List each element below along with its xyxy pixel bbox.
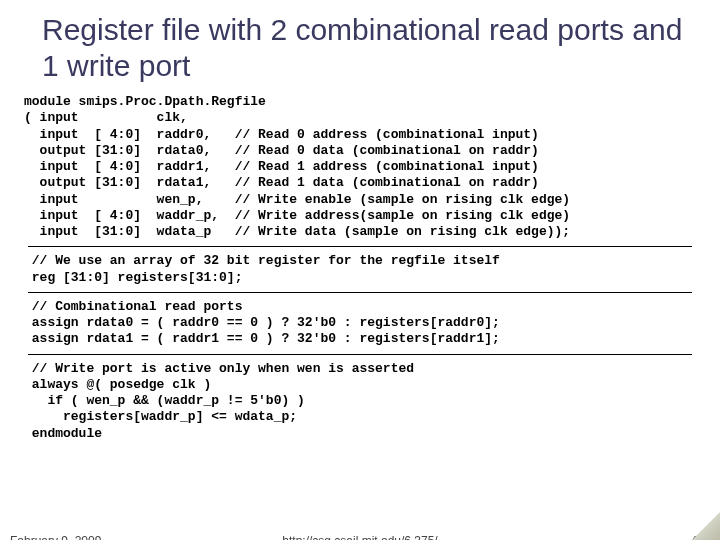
- code-block-read-ports: // Combinational read ports assign rdata…: [24, 299, 692, 348]
- code-block-write-port: // Write port is active only when wen is…: [24, 361, 692, 442]
- code-block-module-decl: module smips.Proc.Dpath.Regfile ( input …: [24, 94, 692, 240]
- footer-url: http://csg.csail.mit.edu/6.375/: [282, 534, 437, 540]
- slide: Register file with 2 combinational read …: [0, 0, 720, 540]
- divider: [28, 246, 692, 247]
- slide-title: Register file with 2 combinational read …: [42, 12, 692, 84]
- divider: [28, 354, 692, 355]
- page-curl-icon: [692, 512, 720, 540]
- footer-date: February 9, 2009: [10, 534, 101, 540]
- code-block-reg-array: // We use an array of 32 bit register fo…: [24, 253, 692, 286]
- divider: [28, 292, 692, 293]
